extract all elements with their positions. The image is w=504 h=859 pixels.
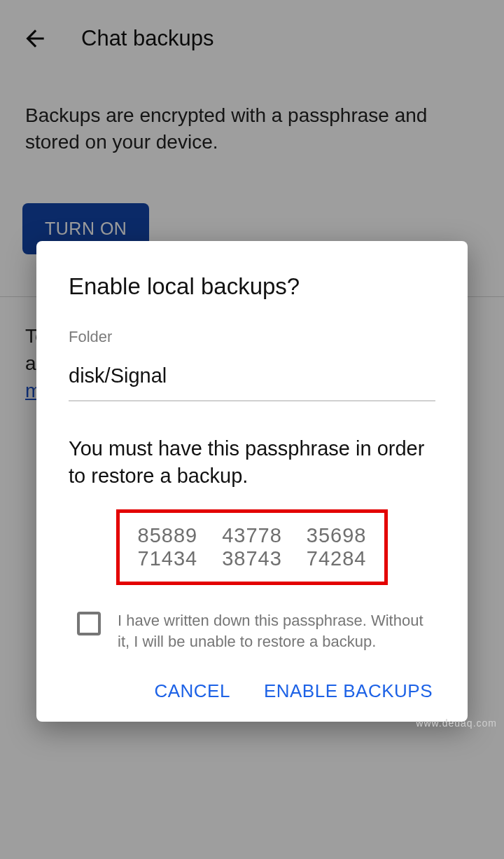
passphrase-highlight-box: 85889 43778 35698 71434 38743 74284: [116, 509, 388, 585]
folder-label: Folder: [69, 328, 435, 346]
passphrase-group-1: 85889: [138, 524, 198, 547]
dialog-actions: CANCEL ENABLE BACKUPS: [69, 680, 435, 702]
passphrase-row-2: 71434 38743 74284: [125, 547, 379, 570]
screen: Chat backups Backups are encrypted with …: [0, 0, 504, 859]
passphrase-row-1: 85889 43778 35698: [125, 524, 379, 547]
folder-path: disk/Signal: [69, 364, 435, 401]
passphrase-group-3: 35698: [307, 524, 367, 547]
enable-backups-dialog: Enable local backups? Folder disk/Signal…: [36, 241, 468, 722]
dialog-title: Enable local backups?: [69, 273, 435, 300]
acknowledge-checkbox[interactable]: [77, 612, 101, 635]
passphrase-group-6: 74284: [307, 547, 367, 570]
acknowledge-text: I have written down this passphrase. Wit…: [118, 610, 435, 652]
enable-backups-button[interactable]: ENABLE BACKUPS: [264, 680, 433, 702]
acknowledge-row: I have written down this passphrase. Wit…: [69, 610, 435, 652]
cancel-button[interactable]: CANCEL: [154, 680, 230, 702]
passphrase-group-2: 43778: [222, 524, 282, 547]
passphrase-group-5: 38743: [222, 547, 282, 570]
passphrase-instruction: You must have this passphrase in order t…: [69, 435, 435, 490]
watermark: www.deuaq.com: [416, 717, 497, 729]
passphrase-group-4: 71434: [138, 547, 198, 570]
